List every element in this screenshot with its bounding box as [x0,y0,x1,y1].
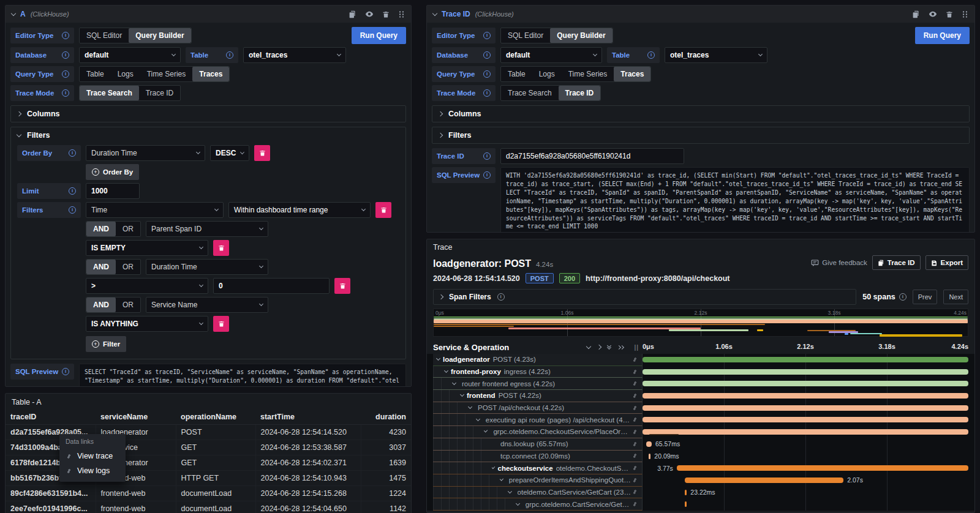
collapse-chevron-icon[interactable] [11,10,16,15]
option-trace-search[interactable]: Trace Search [80,86,139,100]
span-duration-bar[interactable] [643,405,968,411]
expand-one-icon[interactable] [597,345,601,350]
option-query-builder[interactable]: Query Builder [550,28,612,43]
condition-operator-select[interactable]: > [86,278,208,294]
condition-operator-select[interactable]: IS EMPTY [86,240,208,256]
column-header-startTime[interactable]: startTime [255,410,361,425]
trace-id-button[interactable]: Trace ID [872,255,921,270]
info-icon[interactable]: i [62,51,69,59]
trash-icon[interactable] [946,10,953,18]
condition-field-select[interactable]: Duration Time [146,259,268,275]
option-table[interactable]: Table [501,67,532,81]
span-row[interactable]: frontend-proxyingress (4.22s) [427,366,974,378]
span-expand-chevron[interactable] [492,465,496,469]
span-expand-chevron[interactable] [516,501,520,506]
option-trace-id[interactable]: Trace ID [559,86,601,100]
option-and[interactable]: AND [86,222,116,236]
info-icon[interactable]: i [69,206,76,214]
option-traces[interactable]: Traces [614,67,650,81]
table-select[interactable]: otel_traces [243,47,346,63]
span-link-icon[interactable] [631,477,638,484]
info-icon[interactable]: i [62,89,69,97]
span-link-icon[interactable] [631,356,638,363]
span-link-icon[interactable] [631,405,638,411]
option-or[interactable]: OR [116,260,140,274]
remove-order-by-button[interactable] [254,145,270,161]
add-filter-button[interactable]: +Filter [86,336,126,352]
filter-value-select[interactable]: Within dashboard time range [228,202,371,218]
span-link-icon[interactable] [631,465,638,471]
span-row[interactable]: checkoutserviceoteldemo.CheckoutService/… [427,462,974,474]
order-by-direction-select[interactable]: DESC [210,145,249,161]
database-select[interactable]: default [79,47,181,63]
info-icon[interactable]: i [483,70,491,78]
option-trace-search[interactable]: Trace Search [501,86,559,100]
span-duration-bar[interactable] [643,357,968,362]
columns-section[interactable]: Columns [432,105,970,122]
trace-id-link[interactable]: 2ee7eefc01941996c... [6,501,96,513]
columns-section[interactable]: Columns [10,105,406,122]
copy-icon[interactable] [912,10,920,18]
view-trace-link[interactable]: View trace [66,449,119,463]
condition-operator-select[interactable]: IS ANYTHING [86,316,208,332]
info-icon[interactable]: i [483,171,491,179]
span-link-icon[interactable] [631,416,638,423]
trace-id-input[interactable]: d2a7155ef6a928a05680e5ff6190241d [500,148,684,164]
option-logs[interactable]: Logs [532,67,562,81]
run-query-button[interactable]: Run Query [352,27,406,44]
condition-field-select[interactable]: Service Name [146,297,268,313]
info-icon[interactable]: i [62,32,69,39]
option-traces[interactable]: Traces [192,67,229,81]
info-icon[interactable]: i [69,187,76,195]
span-link-icon[interactable] [631,392,638,399]
span-link-icon[interactable] [631,452,638,459]
span-link-icon[interactable] [631,429,638,435]
table-select[interactable]: otel_traces [665,47,767,63]
span-row[interactable]: grpc.oteldemo.CheckoutService/PlaceOrder… [427,426,974,438]
span-duration-bar[interactable] [685,490,687,495]
remove-condition-button[interactable] [334,278,350,294]
span-expand-chevron[interactable] [500,477,503,481]
span-row[interactable]: POST /api/checkout (4.22s) [427,402,974,414]
column-header-traceID[interactable]: traceID [6,410,96,425]
condition-field-select[interactable]: Parent Span ID [146,221,268,237]
remove-condition-button[interactable] [213,316,229,332]
order-by-field-select[interactable]: Duration Time [86,145,205,161]
prev-button[interactable]: Prev [913,290,938,304]
info-icon[interactable]: i [62,70,69,78]
column-header-operationName[interactable]: operationName [176,410,255,425]
chevron-down-icon[interactable] [17,132,21,137]
eye-icon[interactable] [365,10,374,18]
eye-icon[interactable] [929,10,937,18]
option-time-series[interactable]: Time Series [562,67,614,81]
database-select[interactable]: default [500,47,602,63]
column-header-serviceName[interactable]: serviceName [96,410,176,425]
info-icon[interactable]: i [497,293,505,301]
drag-handle-icon[interactable] [962,10,968,18]
span-expand-chevron[interactable] [484,429,488,433]
span-row[interactable]: executing api route (pages) /api/checkou… [427,414,974,426]
expand-all-icon[interactable] [617,346,624,349]
option-trace-id[interactable]: Trace ID [139,86,181,100]
filter-field-select[interactable]: Time [86,202,224,218]
span-duration-bar[interactable] [677,465,968,471]
give-feedback-link[interactable]: Give feedback [811,259,867,267]
span-duration-bar[interactable] [643,369,968,375]
span-filters-section[interactable]: Span Filters i [433,289,856,305]
span-link-icon[interactable] [631,501,638,507]
span-row[interactable]: prepareOrderItemsAndShippingQuoteFromCar… [427,474,974,487]
span-row[interactable]: loadgeneratorPOST (4.23s) [427,354,974,366]
span-duration-bar[interactable] [685,477,844,483]
export-button[interactable]: Export [925,255,968,270]
span-expand-chevron[interactable] [468,405,472,409]
trace-minimap[interactable]: 0μs1.06s2.12s3.18s4.24s [433,309,968,337]
option-and[interactable]: AND [86,298,116,312]
trash-icon[interactable] [382,10,390,18]
filters-section[interactable]: Filters [432,127,970,144]
view-logs-link[interactable]: View logs [66,463,119,478]
span-duration-bar[interactable] [643,381,968,386]
trace-id-link[interactable]: 89cf4286e631591b4... [6,486,96,501]
option-logs[interactable]: Logs [111,67,140,81]
remove-filter-button[interactable] [375,202,391,218]
span-row[interactable]: tcp.connect (20.09ms)20.09ms [427,451,974,463]
